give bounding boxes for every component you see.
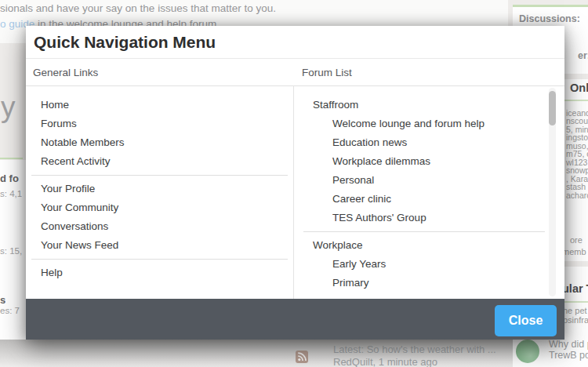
divider <box>303 231 545 232</box>
popular-item-fragment: he pet <box>563 306 587 315</box>
green-divider <box>562 301 588 303</box>
general-links-header: General Links <box>33 67 98 78</box>
more-link-fragment: ore <box>570 235 583 245</box>
post-meta-fragment: TrewB poste <box>549 350 588 361</box>
forum-name-fragment: d fo <box>0 173 19 184</box>
forum-section-workplace[interactable]: Workplace <box>295 236 564 255</box>
general-links-pane: Home Forums Notable Members Recent Activ… <box>26 86 294 299</box>
green-divider <box>564 100 588 101</box>
divider <box>31 259 288 260</box>
general-link-your-community[interactable]: Your Community <box>26 198 293 217</box>
forum-stat-fragment: s: 4,1 <box>0 189 22 198</box>
general-link-your-profile[interactable]: Your Profile <box>26 180 293 198</box>
general-link-home[interactable]: Home <box>26 96 293 114</box>
online-members-list: iceand nscoug 5, mini ingsto muso, m75, … <box>566 109 588 199</box>
green-divider <box>0 158 23 159</box>
modal-title: Quick Navigation Menu <box>26 26 564 52</box>
close-button[interactable]: Close <box>495 305 557 336</box>
general-link-recent-activity[interactable]: Recent Activity <box>26 152 293 171</box>
forum-link-early-years[interactable]: Early Years <box>295 255 564 274</box>
latest-post-text: Latest: So how's the weather with ... <box>333 343 496 355</box>
popular-heading-fragment: ular T <box>562 282 588 295</box>
general-link-conversations[interactable]: Conversations <box>26 217 293 236</box>
latest-post-meta: RedQuilt, 1 minute ago <box>333 356 437 367</box>
forum-link-tes-authors-group[interactable]: TES Authors' Group <box>295 209 564 227</box>
online-member-fragment: stash <box>566 183 588 191</box>
divider <box>31 175 288 176</box>
general-link-forums[interactable]: Forums <box>26 114 293 133</box>
stats-label-fragment: er: <box>578 50 588 61</box>
popular-item-fragment: psinfra <box>563 315 588 325</box>
general-link-your-news-feed[interactable]: Your News Feed <box>26 236 293 255</box>
forum-stat-fragment: es: 7 <box>0 306 20 315</box>
forum-link-personal[interactable]: Personal <box>295 171 564 190</box>
page-bottom-strip: Latest: So how's the weather with ... Re… <box>0 340 513 367</box>
modal-footer: Close <box>26 299 564 340</box>
forum-link-welcome-lounge[interactable]: Welcome lounge and forum help <box>295 114 564 133</box>
forum-link-workplace-dilemmas[interactable]: Workplace dilemmas <box>295 152 564 171</box>
members-total-fragment: memb <box>562 247 586 256</box>
modal-column-headers: General Links Forum List <box>26 59 564 86</box>
forum-link-primary[interactable]: Primary <box>295 274 564 293</box>
forum-section-staffroom[interactable]: Staffroom <box>295 96 564 114</box>
discussions-label: Discussions: <box>519 13 580 24</box>
online-member-fragment: acharc <box>566 191 588 199</box>
quick-navigation-modal: Quick Navigation Menu General Links Foru… <box>26 26 564 340</box>
forum-link-education-news[interactable]: Education news <box>295 133 564 152</box>
post-title-fragment: Why did pe <box>549 339 588 350</box>
screen: sionals and have your say on the issues … <box>0 0 588 367</box>
general-link-notable-members[interactable]: Notable Members <box>26 133 293 152</box>
intro-text: sionals and have your say on the issues … <box>0 2 276 14</box>
modal-body: Home Forums Notable Members Recent Activ… <box>26 86 564 299</box>
feed-icon <box>296 351 308 363</box>
general-link-help[interactable]: Help <box>26 263 293 282</box>
avatar <box>516 340 539 363</box>
online-heading-fragment: Onli <box>570 82 588 94</box>
forum-name-fragment: s <box>0 294 5 306</box>
forum-link-career-clinic[interactable]: Career clinic <box>295 190 564 209</box>
forum-list-box-fragment: d fo s: 4,1 s: 15, s es: 7 <box>0 160 26 340</box>
modal-title-bar: Quick Navigation Menu <box>26 26 564 59</box>
forum-stat-fragment: s: 15, <box>0 246 22 256</box>
forum-list-pane: Staffroom Welcome lounge and forum help … <box>295 86 564 299</box>
page-heading-fragment: y <box>1 91 16 124</box>
forum-list-scrollbar-thumb[interactable] <box>549 91 556 125</box>
forum-list-header: Forum List <box>302 67 352 78</box>
